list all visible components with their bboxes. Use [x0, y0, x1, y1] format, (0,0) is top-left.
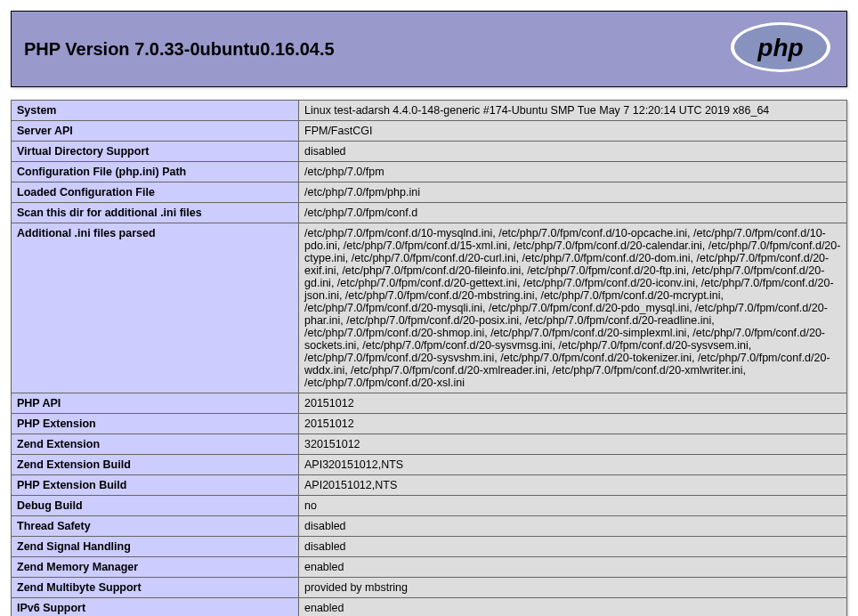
setting-name: Debug Build	[12, 496, 299, 516]
table-row: IPv6 Supportenabled	[12, 598, 847, 617]
table-row: Scan this dir for additional .ini files/…	[12, 203, 847, 223]
setting-value: disabled	[299, 142, 847, 162]
setting-name: PHP API	[12, 393, 299, 414]
setting-value: 320151012	[299, 434, 847, 455]
setting-value: 20151012	[299, 393, 847, 414]
table-row: Virtual Directory Supportdisabled	[12, 142, 847, 162]
setting-value: Linux test-adarsh 4.4.0-148-generic #174…	[299, 101, 847, 121]
table-row: Server APIFPM/FastCGI	[12, 121, 847, 142]
setting-value: 20151012	[299, 414, 847, 434]
table-row: Zend Signal Handlingdisabled	[12, 537, 847, 557]
setting-name: PHP Extension Build	[12, 475, 299, 496]
table-row: Loaded Configuration File/etc/php/7.0/fp…	[12, 182, 847, 203]
setting-value: /etc/php/7.0/fpm/conf.d/10-mysqlnd.ini, …	[299, 223, 847, 393]
setting-value: /etc/php/7.0/fpm/php.ini	[299, 182, 847, 203]
setting-name: Zend Multibyte Support	[12, 578, 299, 598]
setting-value: enabled	[299, 598, 847, 617]
table-row: PHP API20151012	[12, 393, 847, 414]
setting-name: PHP Extension	[12, 414, 299, 434]
setting-value: /etc/php/7.0/fpm	[299, 162, 847, 182]
setting-name: Zend Extension	[12, 434, 299, 455]
table-row: Zend Multibyte Supportprovided by mbstri…	[12, 578, 847, 598]
table-row: Additional .ini files parsed/etc/php/7.0…	[12, 223, 847, 393]
setting-name: Thread Safety	[12, 516, 299, 537]
table-row: PHP Extension BuildAPI20151012,NTS	[12, 475, 847, 496]
setting-value: disabled	[299, 537, 847, 557]
setting-name: Virtual Directory Support	[12, 142, 299, 162]
setting-name: Additional .ini files parsed	[12, 223, 299, 393]
setting-value: no	[299, 496, 847, 516]
page-title: PHP Version 7.0.33-0ubuntu0.16.04.5	[24, 39, 335, 60]
setting-name: Configuration File (php.ini) Path	[12, 162, 299, 182]
setting-name: System	[12, 101, 299, 121]
php-logo-icon: php	[727, 20, 834, 77]
svg-text:php: php	[757, 34, 803, 61]
table-row: Configuration File (php.ini) Path/etc/ph…	[12, 162, 847, 182]
setting-name: Loaded Configuration File	[12, 182, 299, 203]
setting-name: IPv6 Support	[12, 598, 299, 617]
table-row: Thread Safetydisabled	[12, 516, 847, 537]
table-row: Zend Extension BuildAPI320151012,NTS	[12, 455, 847, 475]
setting-value: API20151012,NTS	[299, 475, 847, 496]
table-row: SystemLinux test-adarsh 4.4.0-148-generi…	[12, 101, 847, 121]
info-table: SystemLinux test-adarsh 4.4.0-148-generi…	[11, 100, 847, 616]
header-box: PHP Version 7.0.33-0ubuntu0.16.04.5 php	[11, 11, 847, 87]
table-row: Zend Memory Managerenabled	[12, 557, 847, 578]
setting-value: enabled	[299, 557, 847, 578]
table-row: Debug Buildno	[12, 496, 847, 516]
setting-value: FPM/FastCGI	[299, 121, 847, 142]
setting-name: Zend Signal Handling	[12, 537, 299, 557]
setting-name: Server API	[12, 121, 299, 142]
setting-value: provided by mbstring	[299, 578, 847, 598]
table-row: Zend Extension320151012	[12, 434, 847, 455]
setting-name: Zend Memory Manager	[12, 557, 299, 578]
setting-value: disabled	[299, 516, 847, 537]
setting-name: Scan this dir for additional .ini files	[12, 203, 299, 223]
setting-value: /etc/php/7.0/fpm/conf.d	[299, 203, 847, 223]
table-row: PHP Extension20151012	[12, 414, 847, 434]
setting-value: API320151012,NTS	[299, 455, 847, 475]
setting-name: Zend Extension Build	[12, 455, 299, 475]
